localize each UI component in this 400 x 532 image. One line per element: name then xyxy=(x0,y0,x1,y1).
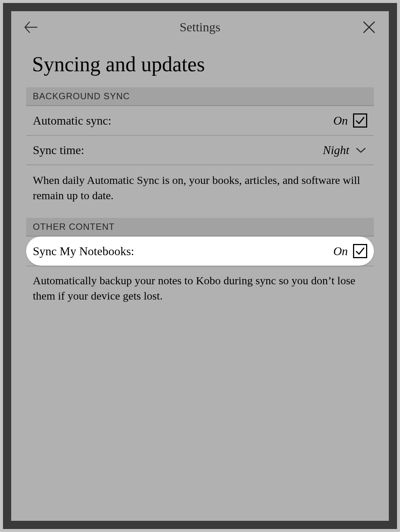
sync-time-value: Night xyxy=(323,143,349,157)
sync-time-dropdown[interactable] xyxy=(355,144,367,157)
header-title: Settings xyxy=(40,20,360,34)
sync-time-label: Sync time: xyxy=(33,143,84,157)
background-sync-description: When daily Automatic Sync is on, your bo… xyxy=(26,165,374,218)
sync-my-notebooks-row[interactable]: Sync My Notebooks: On xyxy=(26,237,374,266)
sync-time-row[interactable]: Sync time: Night xyxy=(26,136,374,165)
sync-my-notebooks-value: On xyxy=(333,244,348,258)
automatic-sync-label: Automatic sync: xyxy=(33,114,111,128)
chevron-down-icon xyxy=(356,147,366,154)
other-content-description: Automatically backup your notes to Kobo … xyxy=(26,266,374,318)
checkmark-icon xyxy=(355,115,365,126)
device-frame: Settings Syncing and updates BACKGROUND … xyxy=(3,3,397,529)
sync-time-value-wrap: Night xyxy=(323,143,367,157)
section-header-other-content: OTHER CONTENT xyxy=(26,218,374,237)
back-button[interactable] xyxy=(22,18,40,37)
screen: Settings Syncing and updates BACKGROUND … xyxy=(11,11,389,521)
header-bar: Settings xyxy=(11,11,389,43)
automatic-sync-value-wrap: On xyxy=(333,113,367,128)
automatic-sync-row[interactable]: Automatic sync: On xyxy=(26,106,374,136)
automatic-sync-value: On xyxy=(333,114,348,128)
checkmark-icon xyxy=(355,246,365,256)
automatic-sync-checkbox[interactable] xyxy=(353,113,367,128)
close-button[interactable] xyxy=(360,18,378,37)
section-header-background-sync: BACKGROUND SYNC xyxy=(26,87,374,106)
close-icon xyxy=(362,20,377,35)
back-arrow-icon xyxy=(23,19,39,35)
sync-my-notebooks-label: Sync My Notebooks: xyxy=(33,244,134,258)
sync-my-notebooks-checkbox[interactable] xyxy=(353,244,367,258)
page-title: Syncing and updates xyxy=(11,43,389,87)
sync-my-notebooks-value-wrap: On xyxy=(333,244,367,258)
